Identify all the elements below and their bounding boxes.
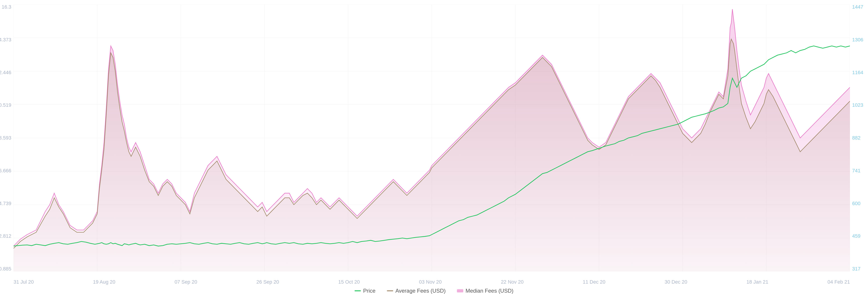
x-label-4: 15 Oct 20 <box>338 279 360 285</box>
y-left-label-4: 8.593 <box>0 136 11 141</box>
y-right-label-4: 882 <box>852 136 861 141</box>
x-label-7: 11 Dec 20 <box>583 279 605 285</box>
x-label-3: 26 Sep 20 <box>256 279 279 285</box>
y-right-label-0: 1447 <box>852 4 863 9</box>
x-label-6: 22 Nov 20 <box>501 279 524 285</box>
legend-avg-fees-label: Average Fees (USD) <box>395 288 445 294</box>
x-label-2: 07 Sep 20 <box>175 279 197 285</box>
y-left-label-0: 16.3 <box>2 4 11 9</box>
x-label-10: 04 Feb 21 <box>828 279 850 285</box>
chart-area <box>13 4 850 271</box>
legend-median-fees-label: Median Fees (USD) <box>465 288 513 294</box>
y-left-label-7: 2.812 <box>0 234 11 239</box>
y-right-label-8: 317 <box>852 266 861 271</box>
legend-avg-fees: Average Fees (USD) <box>387 288 445 294</box>
chart-legend: Price Average Fees (USD) Median Fees (US… <box>354 288 513 294</box>
y-left-label-8: 0.885 <box>0 266 11 271</box>
y-right-label-2: 1164 <box>852 70 863 75</box>
y-right-label-1: 1306 <box>852 37 863 42</box>
x-axis: 31 Jul 20 19 Aug 20 07 Sep 20 26 Sep 20 … <box>13 279 850 285</box>
y-left-label-3: 10.519 <box>0 103 11 108</box>
y-axis-left: 16.3 14.373 12.446 10.519 8.593 6.666 4.… <box>0 4 13 271</box>
y-right-label-5: 741 <box>852 168 861 173</box>
y-axis-right: 1447 1306 1164 1023 882 741 600 459 317 <box>850 4 868 271</box>
legend-price: Price <box>354 288 375 294</box>
legend-price-dot <box>354 290 361 291</box>
legend-price-label: Price <box>363 288 375 294</box>
legend-avg-fees-dot <box>387 290 393 291</box>
y-left-label-6: 4.739 <box>0 201 11 206</box>
x-label-9: 18 Jan 21 <box>746 279 768 285</box>
chart-container: 16.3 14.373 12.446 10.519 8.593 6.666 4.… <box>0 0 868 294</box>
x-label-0: 31 Jul 20 <box>13 279 34 285</box>
main-chart-svg <box>13 4 850 271</box>
y-left-label-5: 6.666 <box>0 168 11 173</box>
y-right-label-3: 1023 <box>852 103 863 108</box>
y-left-label-2: 12.446 <box>0 70 11 75</box>
y-right-label-7: 459 <box>852 234 861 239</box>
y-left-label-1: 14.373 <box>0 37 11 42</box>
legend-median-fees-dot <box>457 289 463 292</box>
x-label-5: 03 Nov 20 <box>419 279 442 285</box>
legend-median-fees: Median Fees (USD) <box>457 288 513 294</box>
y-right-label-6: 600 <box>852 201 861 206</box>
x-label-8: 30 Dec 20 <box>664 279 687 285</box>
x-label-1: 19 Aug 20 <box>93 279 115 285</box>
